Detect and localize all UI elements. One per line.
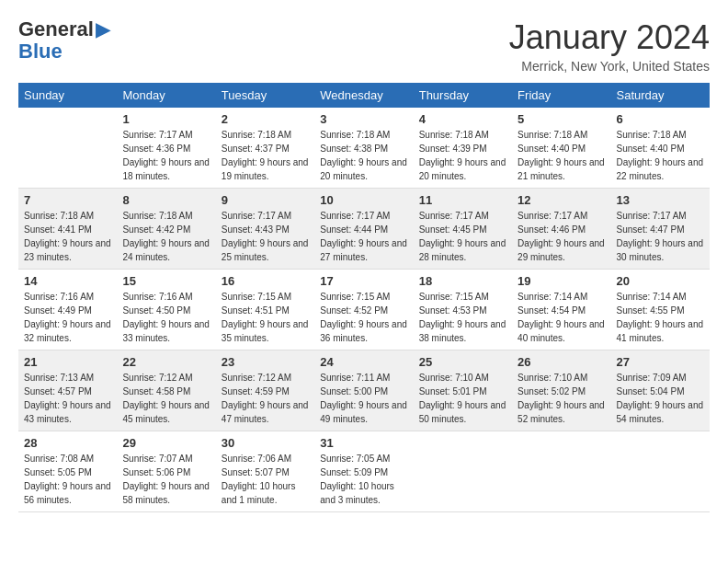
day-info: Sunrise: 7:17 AMSunset: 4:36 PMDaylight:… [122,128,210,183]
day-number: 20 [617,274,704,288]
day-number: 9 [222,193,309,207]
day-number: 4 [419,112,506,126]
calendar-cell: 28 Sunrise: 7:08 AMSunset: 5:05 PMDaylig… [18,431,117,512]
day-number: 28 [24,436,111,450]
calendar-cell: 17 Sunrise: 7:15 AMSunset: 4:52 PMDaylig… [314,270,413,350]
calendar-cell: 12 Sunrise: 7:17 AMSunset: 4:46 PMDaylig… [512,189,610,270]
day-number: 24 [320,355,407,369]
day-number: 10 [320,193,407,207]
calendar-cell: 7 Sunrise: 7:18 AMSunset: 4:41 PMDayligh… [18,189,117,270]
calendar-cell: 21 Sunrise: 7:13 AMSunset: 4:57 PMDaylig… [18,350,117,431]
calendar-cell: 20 Sunrise: 7:14 AMSunset: 4:55 PMDaylig… [611,270,710,350]
logo-general: General▶ [18,18,109,40]
day-info: Sunrise: 7:17 AMSunset: 4:44 PMDaylight:… [320,209,407,264]
calendar-cell: 19 Sunrise: 7:14 AMSunset: 4:54 PMDaylig… [512,270,610,350]
header-day-tuesday: Tuesday [216,83,314,108]
day-info: Sunrise: 7:15 AMSunset: 4:51 PMDaylight:… [222,290,309,345]
day-info: Sunrise: 7:18 AMSunset: 4:40 PMDaylight:… [518,128,605,183]
day-info: Sunrise: 7:07 AMSunset: 5:06 PMDaylight:… [122,452,210,507]
logo: General▶ Blue [18,18,109,63]
calendar-cell: 13 Sunrise: 7:17 AMSunset: 4:47 PMDaylig… [611,189,710,270]
day-number: 7 [24,193,111,207]
calendar-cell: 9 Sunrise: 7:17 AMSunset: 4:43 PMDayligh… [216,189,314,270]
calendar-cell: 5 Sunrise: 7:18 AMSunset: 4:40 PMDayligh… [512,108,610,189]
day-number: 3 [320,112,407,126]
calendar-cell: 10 Sunrise: 7:17 AMSunset: 4:44 PMDaylig… [314,189,413,270]
day-number: 1 [122,112,210,126]
week-row-3: 14 Sunrise: 7:16 AMSunset: 4:49 PMDaylig… [18,270,710,350]
day-info: Sunrise: 7:09 AMSunset: 5:04 PMDaylight:… [617,371,704,426]
title-area: January 2024 Merrick, New York, United S… [509,18,710,74]
day-number: 2 [222,112,309,126]
day-info: Sunrise: 7:15 AMSunset: 4:53 PMDaylight:… [419,290,506,345]
day-number: 17 [320,274,407,288]
day-info: Sunrise: 7:18 AMSunset: 4:37 PMDaylight:… [222,128,309,183]
calendar-cell [611,431,710,512]
logo-arrow-icon: ▶ [96,19,109,40]
calendar-cell [512,431,610,512]
header-day-friday: Friday [512,83,610,108]
day-info: Sunrise: 7:18 AMSunset: 4:42 PMDaylight:… [122,209,210,264]
day-info: Sunrise: 7:06 AMSunset: 5:07 PMDaylight:… [222,452,309,507]
day-number: 18 [419,274,506,288]
day-number: 12 [518,193,605,207]
day-info: Sunrise: 7:14 AMSunset: 4:54 PMDaylight:… [518,290,605,345]
day-number: 21 [24,355,111,369]
calendar-cell: 26 Sunrise: 7:10 AMSunset: 5:02 PMDaylig… [512,350,610,431]
day-number: 8 [122,193,210,207]
day-info: Sunrise: 7:17 AMSunset: 4:45 PMDaylight:… [419,209,506,264]
day-info: Sunrise: 7:17 AMSunset: 4:46 PMDaylight:… [518,209,605,264]
day-number: 30 [222,436,309,450]
week-row-4: 21 Sunrise: 7:13 AMSunset: 4:57 PMDaylig… [18,350,710,431]
day-info: Sunrise: 7:16 AMSunset: 4:49 PMDaylight:… [24,290,111,345]
day-info: Sunrise: 7:10 AMSunset: 5:02 PMDaylight:… [518,371,605,426]
calendar-cell: 4 Sunrise: 7:18 AMSunset: 4:39 PMDayligh… [414,108,512,189]
day-number: 15 [122,274,210,288]
day-info: Sunrise: 7:18 AMSunset: 4:41 PMDaylight:… [24,209,111,264]
calendar-cell: 8 Sunrise: 7:18 AMSunset: 4:42 PMDayligh… [117,189,215,270]
day-info: Sunrise: 7:15 AMSunset: 4:52 PMDaylight:… [320,290,407,345]
day-number: 29 [122,436,210,450]
day-info: Sunrise: 7:11 AMSunset: 5:00 PMDaylight:… [320,371,407,426]
calendar-cell: 11 Sunrise: 7:17 AMSunset: 4:45 PMDaylig… [414,189,512,270]
day-number: 16 [222,274,309,288]
day-number: 26 [518,355,605,369]
day-info: Sunrise: 7:12 AMSunset: 4:59 PMDaylight:… [222,371,309,426]
logo-blue: Blue [18,40,109,63]
day-info: Sunrise: 7:14 AMSunset: 4:55 PMDaylight:… [617,290,704,345]
day-info: Sunrise: 7:18 AMSunset: 4:39 PMDaylight:… [419,128,506,183]
calendar-cell: 27 Sunrise: 7:09 AMSunset: 5:04 PMDaylig… [611,350,710,431]
day-info: Sunrise: 7:10 AMSunset: 5:01 PMDaylight:… [419,371,506,426]
calendar-cell: 2 Sunrise: 7:18 AMSunset: 4:37 PMDayligh… [216,108,314,189]
calendar-cell: 16 Sunrise: 7:15 AMSunset: 4:51 PMDaylig… [216,270,314,350]
calendar-cell: 18 Sunrise: 7:15 AMSunset: 4:53 PMDaylig… [414,270,512,350]
day-info: Sunrise: 7:08 AMSunset: 5:05 PMDaylight:… [24,452,111,507]
header-day-thursday: Thursday [414,83,512,108]
calendar-cell [414,431,512,512]
day-info: Sunrise: 7:17 AMSunset: 4:47 PMDaylight:… [617,209,704,264]
calendar-cell: 22 Sunrise: 7:12 AMSunset: 4:58 PMDaylig… [117,350,215,431]
calendar-cell: 29 Sunrise: 7:07 AMSunset: 5:06 PMDaylig… [117,431,215,512]
page-header: General▶ Blue January 2024 Merrick, New … [18,18,710,74]
calendar-cell: 6 Sunrise: 7:18 AMSunset: 4:40 PMDayligh… [611,108,710,189]
day-info: Sunrise: 7:13 AMSunset: 4:57 PMDaylight:… [24,371,111,426]
calendar-table: SundayMondayTuesdayWednesdayThursdayFrid… [18,83,710,512]
header-day-sunday: Sunday [18,83,117,108]
calendar-cell: 24 Sunrise: 7:11 AMSunset: 5:00 PMDaylig… [314,350,413,431]
calendar-cell: 31 Sunrise: 7:05 AMSunset: 5:09 PMDaylig… [314,431,413,512]
day-number: 31 [320,436,407,450]
day-number: 22 [122,355,210,369]
calendar-cell: 3 Sunrise: 7:18 AMSunset: 4:38 PMDayligh… [314,108,413,189]
day-number: 11 [419,193,506,207]
day-info: Sunrise: 7:05 AMSunset: 5:09 PMDaylight:… [320,452,407,507]
week-row-1: 1 Sunrise: 7:17 AMSunset: 4:36 PMDayligh… [18,108,710,189]
week-row-5: 28 Sunrise: 7:08 AMSunset: 5:05 PMDaylig… [18,431,710,512]
calendar-cell: 25 Sunrise: 7:10 AMSunset: 5:01 PMDaylig… [414,350,512,431]
header-day-monday: Monday [117,83,215,108]
day-number: 19 [518,274,605,288]
calendar-cell [18,108,117,189]
month-title: January 2024 [509,18,710,57]
day-number: 5 [518,112,605,126]
calendar-cell: 15 Sunrise: 7:16 AMSunset: 4:50 PMDaylig… [117,270,215,350]
day-number: 27 [617,355,704,369]
